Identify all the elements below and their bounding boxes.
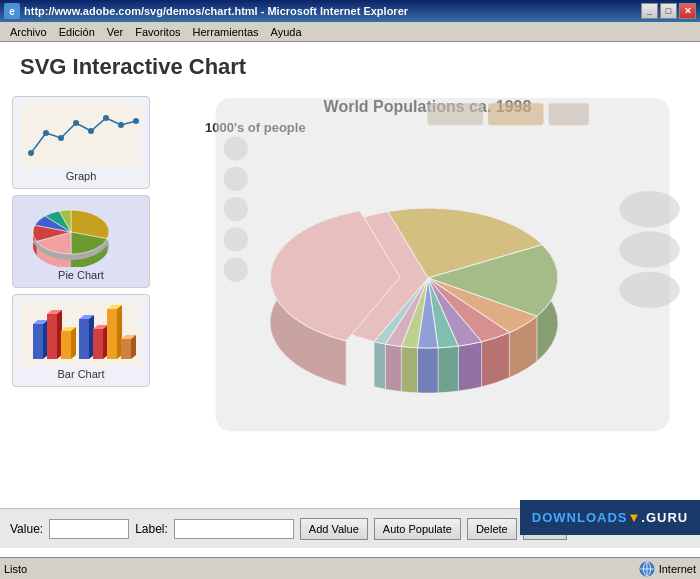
label-input[interactable] <box>174 519 294 539</box>
title-bar-buttons: _ □ ✕ <box>641 3 696 19</box>
value-input[interactable] <box>49 519 129 539</box>
value-label: Value: <box>10 522 43 536</box>
pie-thumbnail <box>21 202 141 267</box>
title-bar: e http://www.adobe.com/svg/demos/chart.h… <box>0 0 700 22</box>
sidebar-item-bar[interactable]: Bar Chart <box>12 294 150 387</box>
status-bar: Listo Internet <box>0 557 700 579</box>
title-bar-left: e http://www.adobe.com/svg/demos/chart.h… <box>4 3 408 19</box>
bar-thumbnail <box>21 301 141 366</box>
auto-populate-button[interactable]: Auto Populate <box>374 518 461 540</box>
main-pie-chart <box>213 143 643 403</box>
ie-icon: e <box>4 3 20 19</box>
menu-ayuda[interactable]: Ayuda <box>265 24 308 40</box>
status-right: Internet <box>639 561 696 577</box>
chart-area: World Populations ca. 1998 1000's of peo… <box>155 88 700 508</box>
sidebar-item-pie[interactable]: Pie Chart <box>12 195 150 288</box>
chart-container: World Populations ca. 1998 1000's of peo… <box>175 98 680 498</box>
page: SVG Interactive Chart Graph Pie Chart Ba… <box>0 42 700 557</box>
browser-content: SVG Interactive Chart Graph Pie Chart Ba… <box>0 42 700 557</box>
pie-label: Pie Chart <box>58 269 104 281</box>
status-text: Listo <box>4 563 27 575</box>
minimize-button[interactable]: _ <box>641 3 658 19</box>
label-label: Label: <box>135 522 168 536</box>
chart-title: World Populations ca. 1998 <box>324 98 532 116</box>
graph-label: Graph <box>66 170 97 182</box>
menu-favoritos[interactable]: Favoritos <box>129 24 186 40</box>
graph-thumbnail <box>21 103 141 168</box>
menu-archivo[interactable]: Archivo <box>4 24 53 40</box>
main-area: Graph Pie Chart Bar Chart <box>0 88 700 508</box>
add-value-button[interactable]: Add Value <box>300 518 368 540</box>
watermark: DOWNLOADS▼.GURU <box>520 500 700 535</box>
chart-subtitle: 1000's of people <box>205 120 306 135</box>
status-left: Listo <box>4 563 27 575</box>
menu-herramientas[interactable]: Herramientas <box>187 24 265 40</box>
bar-label: Bar Chart <box>57 368 104 380</box>
page-title: SVG Interactive Chart <box>0 42 700 88</box>
menu-edicion[interactable]: Edición <box>53 24 101 40</box>
delete-button[interactable]: Delete <box>467 518 517 540</box>
window-title: http://www.adobe.com/svg/demos/chart.htm… <box>24 5 408 17</box>
status-zone: Internet <box>659 563 696 575</box>
menu-bar: Archivo Edición Ver Favoritos Herramient… <box>0 22 700 42</box>
maximize-button[interactable]: □ <box>660 3 677 19</box>
close-button[interactable]: ✕ <box>679 3 696 19</box>
internet-icon <box>639 561 655 577</box>
menu-ver[interactable]: Ver <box>101 24 130 40</box>
sidebar-item-graph[interactable]: Graph <box>12 96 150 189</box>
sidebar: Graph Pie Chart Bar Chart <box>0 88 155 508</box>
